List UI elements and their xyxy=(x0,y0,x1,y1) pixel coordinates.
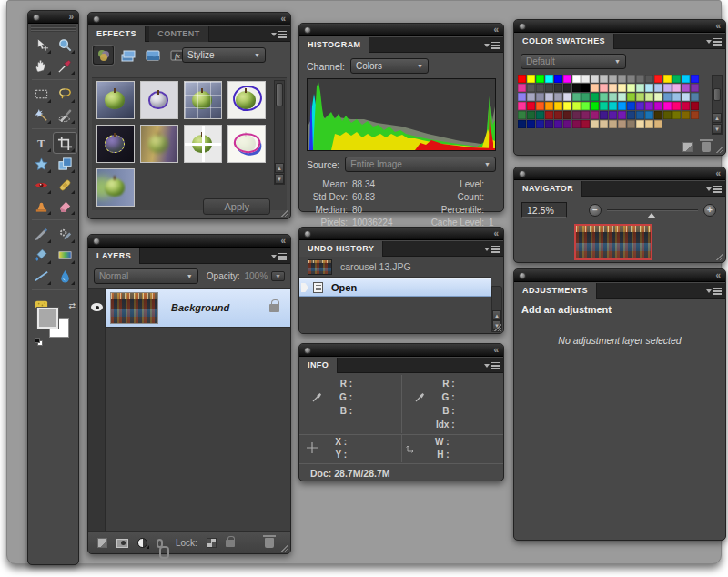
panel-menu-icon[interactable] xyxy=(484,362,500,370)
color-swatch[interactable] xyxy=(600,84,608,92)
opacity-value[interactable]: 100% xyxy=(244,271,268,281)
color-swatch[interactable] xyxy=(554,111,562,119)
current-state-marker-icon[interactable] xyxy=(301,283,308,292)
color-swatch[interactable] xyxy=(563,120,571,128)
color-swatch[interactable] xyxy=(627,93,635,101)
swap-colors-icon[interactable]: ⇄ xyxy=(68,301,76,310)
color-swatch[interactable] xyxy=(572,120,581,128)
tab-undo-history[interactable]: UNDO HISTORY xyxy=(299,241,383,257)
color-swatch[interactable] xyxy=(527,120,535,128)
panel-menu-icon[interactable] xyxy=(706,38,722,46)
scroll-down-icon[interactable]: ▼ xyxy=(713,124,722,134)
collapse-icon[interactable]: » xyxy=(68,11,74,23)
color-swatch[interactable] xyxy=(609,111,617,119)
color-swatch[interactable] xyxy=(636,120,644,128)
panel-menu-icon[interactable] xyxy=(484,42,500,50)
layer-thumbnail[interactable] xyxy=(110,292,158,324)
color-swatch[interactable] xyxy=(672,111,681,119)
tab-color-swatches[interactable]: COLOR SWATCHES xyxy=(514,34,614,49)
color-swatch[interactable] xyxy=(536,102,544,110)
color-swatch[interactable] xyxy=(672,93,681,101)
color-swatch[interactable] xyxy=(645,93,653,101)
panel-menu-icon[interactable] xyxy=(706,288,722,296)
color-swatch[interactable] xyxy=(518,111,526,119)
collapse-icon[interactable]: « xyxy=(280,235,286,247)
recompose-tool[interactable] xyxy=(54,154,76,174)
apple-effect-9[interactable] xyxy=(96,168,135,207)
color-swatch[interactable] xyxy=(581,102,590,110)
color-swatch[interactable] xyxy=(554,102,562,110)
color-swatch[interactable] xyxy=(654,75,662,83)
color-swatch[interactable] xyxy=(536,120,544,128)
apply-button[interactable]: Apply xyxy=(203,198,270,215)
collapse-icon[interactable]: « xyxy=(715,20,721,32)
panel-menu-icon[interactable] xyxy=(484,246,500,254)
toolbox-drag-texture[interactable] xyxy=(31,25,76,32)
tab-content[interactable]: CONTENT xyxy=(149,26,208,42)
zoom-slider-thumb[interactable] xyxy=(647,213,656,218)
apple-effect-8[interactable] xyxy=(228,125,266,163)
color-swatch[interactable] xyxy=(591,93,599,101)
collapse-icon[interactable]: « xyxy=(493,228,499,239)
color-swatch[interactable] xyxy=(518,84,526,92)
lasso-tool[interactable] xyxy=(54,84,76,104)
eyedropper-tool[interactable] xyxy=(54,56,76,76)
color-swatch[interactable] xyxy=(682,93,690,101)
color-swatch[interactable] xyxy=(691,93,699,101)
eye-icon[interactable] xyxy=(91,303,103,311)
swatches-titlebar[interactable]: « xyxy=(514,20,725,33)
color-swatch[interactable] xyxy=(572,93,581,101)
delete-swatch-icon[interactable] xyxy=(702,142,711,152)
apple-effect-3[interactable] xyxy=(184,81,222,119)
zoom-level-input[interactable]: 12.5% xyxy=(521,202,567,218)
scrollbar-thumb[interactable] xyxy=(276,83,283,106)
color-swatch[interactable] xyxy=(645,111,653,119)
clone-stamp-tool[interactable] xyxy=(30,196,53,216)
resize-grip[interactable] xyxy=(715,252,723,260)
collapse-icon[interactable]: « xyxy=(715,167,721,179)
color-swatch[interactable] xyxy=(663,84,672,92)
color-swatch[interactable] xyxy=(591,111,599,119)
color-swatch[interactable] xyxy=(591,120,599,128)
zoom-slider[interactable] xyxy=(607,209,698,211)
close-icon[interactable] xyxy=(93,15,100,23)
color-swatch[interactable] xyxy=(600,111,608,119)
color-swatch[interactable] xyxy=(691,75,699,83)
color-swatch[interactable] xyxy=(563,84,571,92)
collapse-icon[interactable]: « xyxy=(280,13,286,25)
color-swatch[interactable] xyxy=(672,84,681,92)
effects-category-dropdown[interactable]: Stylize ▼ xyxy=(182,47,266,63)
color-swatch[interactable] xyxy=(600,102,608,110)
apple-effect-2[interactable] xyxy=(140,81,178,119)
color-swatch[interactable] xyxy=(691,84,699,92)
undo-titlebar[interactable]: « xyxy=(299,228,503,240)
color-swatch[interactable] xyxy=(545,93,553,101)
close-icon[interactable] xyxy=(519,170,526,177)
collapse-icon[interactable]: « xyxy=(715,269,721,281)
resize-grip[interactable] xyxy=(715,145,723,153)
panel-menu-icon[interactable] xyxy=(271,31,287,39)
snapshot-row[interactable]: carousel 13.JPG xyxy=(299,257,491,278)
color-swatch[interactable] xyxy=(663,102,672,110)
color-swatch[interactable] xyxy=(609,75,617,83)
color-swatch[interactable] xyxy=(663,75,672,83)
color-swatch[interactable] xyxy=(591,102,599,110)
gradient-tool[interactable] xyxy=(54,245,76,265)
marquee-tool[interactable] xyxy=(30,84,53,104)
close-icon[interactable] xyxy=(519,272,526,279)
selection-brush-tool[interactable] xyxy=(54,105,76,125)
channel-dropdown[interactable]: Colors ▼ xyxy=(350,58,429,74)
panel-menu-icon[interactable] xyxy=(271,253,287,261)
effects-scrollbar[interactable]: ▲ ▼ xyxy=(274,80,285,185)
color-swatch[interactable] xyxy=(654,93,662,101)
color-swatch[interactable] xyxy=(636,75,644,83)
history-step-row[interactable]: Open xyxy=(299,278,491,297)
color-swatch[interactable] xyxy=(672,102,681,110)
color-swatch[interactable] xyxy=(618,84,626,92)
type-tool[interactable]: T xyxy=(30,133,53,153)
color-swatch[interactable] xyxy=(618,111,626,119)
scroll-up-icon[interactable]: ▲ xyxy=(492,310,501,320)
close-icon[interactable] xyxy=(304,26,311,34)
color-swatch[interactable] xyxy=(554,75,562,83)
color-swatch[interactable] xyxy=(536,111,544,119)
